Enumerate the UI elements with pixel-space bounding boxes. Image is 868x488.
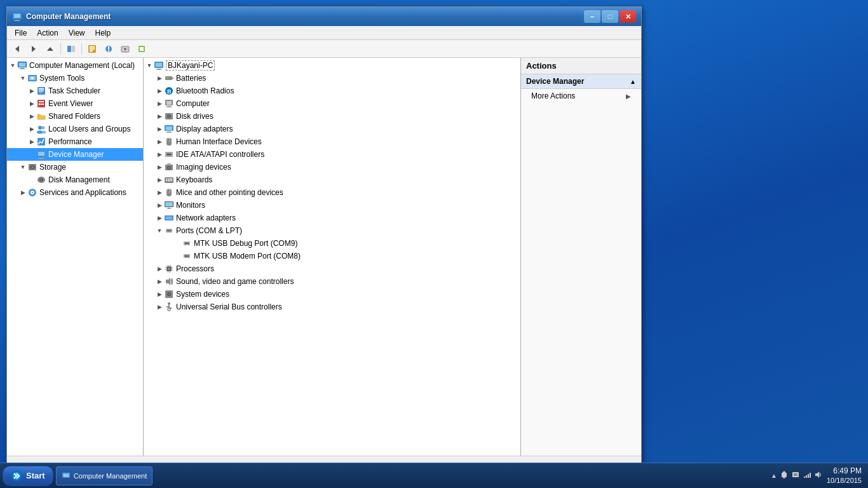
- menu-action[interactable]: Action: [32, 27, 63, 39]
- maximize-button[interactable]: □: [602, 10, 618, 23]
- expand-monitors[interactable]: ▶: [155, 201, 164, 210]
- expand-task-scheduler[interactable]: ▶: [27, 86, 36, 95]
- expand-computer-management[interactable]: ▼: [8, 61, 17, 70]
- tray-expand[interactable]: ▲: [771, 472, 777, 479]
- expand-root[interactable]: ▼: [145, 61, 154, 70]
- svg-rect-145: [810, 473, 811, 478]
- tray-network[interactable]: [791, 470, 800, 481]
- window-icon: [12, 11, 22, 22]
- expand-event-viewer[interactable]: ▶: [27, 99, 36, 108]
- expand-services[interactable]: ▶: [18, 188, 27, 197]
- toolbar-up[interactable]: [43, 42, 58, 56]
- dev-root[interactable]: ▼ BJKayani-PC: [144, 59, 520, 72]
- title-bar: Computer Management – □ ✕: [7, 7, 641, 26]
- dev-disk-drives[interactable]: ▶ Disk drives: [144, 110, 520, 123]
- dev-processors[interactable]: ▶: [144, 262, 520, 275]
- expand-performance[interactable]: ▶: [27, 137, 36, 146]
- expand-device-manager[interactable]: [27, 150, 36, 159]
- toolbar-forward[interactable]: [26, 42, 41, 56]
- toolbar-btn6[interactable]: [134, 42, 149, 56]
- dev-display[interactable]: ▶ Display adapters: [144, 123, 520, 135]
- tree-task-scheduler[interactable]: ▶ Task Scheduler: [7, 85, 143, 97]
- tree-disk-management[interactable]: Disk Management: [7, 173, 143, 186]
- taskbar-task-computer-management[interactable]: Computer Management: [56, 466, 153, 485]
- dev-usb[interactable]: ▶ Universal Serial Bus controllers: [144, 301, 520, 313]
- tree-system-tools[interactable]: ▼ System Tools: [7, 72, 143, 85]
- toolbar-back[interactable]: [10, 42, 25, 56]
- main-content: ▼ Computer Management (Local) ▼: [7, 58, 641, 456]
- dev-computer[interactable]: ▶ Computer: [144, 97, 520, 110]
- tree-local-users[interactable]: ▶ Local Users and Groups: [7, 123, 143, 135]
- tree-event-viewer-label: Event Viewer: [48, 99, 93, 108]
- tray-notification[interactable]: [780, 470, 789, 481]
- expand-ports[interactable]: ▼: [155, 226, 164, 235]
- dev-ide[interactable]: ▶ IDE ATA/ATAPI controllers: [144, 148, 520, 161]
- svg-text:B: B: [167, 88, 172, 95]
- actions-section-header[interactable]: Device Manager ▲: [521, 74, 641, 89]
- expand-local-users[interactable]: ▶: [27, 125, 36, 133]
- toolbar-btn4[interactable]: [101, 42, 116, 56]
- svg-rect-142: [804, 477, 805, 478]
- expand-hid[interactable]: ▶: [155, 137, 164, 146]
- tree-performance[interactable]: ▶ Performance: [7, 135, 143, 148]
- dev-network[interactable]: ▶ Network adapters: [144, 212, 520, 224]
- dev-mice[interactable]: ▶ Mice and other pointing devices: [144, 186, 520, 199]
- expand-system-tools[interactable]: ▼: [18, 74, 27, 83]
- expand-keyboards[interactable]: ▶: [155, 175, 164, 184]
- svg-point-69: [171, 114, 172, 115]
- dev-monitors[interactable]: ▶ Monitors: [144, 199, 520, 212]
- dev-keyboards[interactable]: ▶ Keyboards: [144, 173, 520, 186]
- toolbar-btn5[interactable]: [118, 42, 133, 56]
- tree-event-viewer[interactable]: ▶ Event Viewer: [7, 97, 143, 110]
- svg-rect-28: [39, 88, 44, 90]
- svg-point-49: [41, 179, 42, 180]
- actions-collapse-arrow[interactable]: ▲: [630, 78, 636, 85]
- expand-network[interactable]: ▶: [155, 214, 164, 222]
- expand-batteries[interactable]: ▶: [155, 74, 164, 83]
- task-scheduler-icon: [36, 86, 46, 96]
- toolbar-show-hide[interactable]: [64, 42, 79, 56]
- tree-device-manager[interactable]: Device Manager: [7, 148, 143, 161]
- expand-ide[interactable]: ▶: [155, 150, 164, 159]
- tray-volume[interactable]: [814, 470, 823, 481]
- expand-imaging[interactable]: ▶: [155, 163, 164, 172]
- minimize-button[interactable]: –: [584, 10, 600, 23]
- tree-storage[interactable]: ▼ Storage: [7, 161, 143, 173]
- menu-file[interactable]: File: [10, 27, 32, 39]
- tree-services[interactable]: ▶ Services and Applications: [7, 186, 143, 199]
- expand-display[interactable]: ▶: [155, 125, 164, 133]
- expand-shared-folders[interactable]: ▶: [27, 112, 36, 121]
- expand-bluetooth[interactable]: ▶: [155, 86, 164, 95]
- dev-batteries[interactable]: ▶ Batteries: [144, 72, 520, 85]
- start-button[interactable]: Start: [3, 466, 53, 486]
- close-button[interactable]: ✕: [620, 10, 636, 23]
- dev-bluetooth[interactable]: ▶ B Bluetooth Radios: [144, 85, 520, 97]
- dev-sound[interactable]: ▶ Sound, video and game controllers: [144, 275, 520, 288]
- toolbar-btn3[interactable]: [85, 42, 100, 56]
- dev-ports[interactable]: ▼ Ports (COM & LPT): [144, 224, 520, 237]
- dev-hid[interactable]: ▶ Human Interface Devices: [144, 135, 520, 148]
- taskbar-clock[interactable]: 6:49 PM 10/18/2015: [827, 466, 862, 485]
- svg-point-38: [42, 131, 46, 133]
- sys-tray: ▲: [771, 470, 823, 481]
- dev-com9[interactable]: MTK USB Debug Port (COM9): [144, 237, 520, 250]
- expand-computer[interactable]: ▶: [155, 99, 164, 108]
- expand-disk-management[interactable]: [27, 175, 36, 184]
- expand-disk-drives[interactable]: ▶: [155, 112, 164, 121]
- expand-usb[interactable]: ▶: [155, 302, 164, 311]
- menu-help[interactable]: Help: [90, 27, 116, 39]
- menu-view[interactable]: View: [64, 27, 90, 39]
- tray-signal[interactable]: [803, 470, 811, 481]
- svg-rect-91: [171, 180, 172, 182]
- expand-processors[interactable]: ▶: [155, 264, 164, 273]
- expand-storage[interactable]: ▼: [18, 163, 27, 172]
- actions-more-actions[interactable]: More Actions ▶: [521, 89, 641, 103]
- expand-sound[interactable]: ▶: [155, 277, 164, 286]
- dev-com8[interactable]: MTK USB Modem Port (COM8): [144, 250, 520, 262]
- expand-mice[interactable]: ▶: [155, 188, 164, 197]
- dev-imaging[interactable]: ▶ Imaging devices: [144, 161, 520, 173]
- dev-system-devices[interactable]: ▶ System devices: [144, 288, 520, 301]
- tree-computer-management[interactable]: ▼ Computer Management (Local): [7, 59, 143, 72]
- tree-shared-folders[interactable]: ▶ Shared Folders: [7, 110, 143, 123]
- expand-system-devices[interactable]: ▶: [155, 290, 164, 299]
